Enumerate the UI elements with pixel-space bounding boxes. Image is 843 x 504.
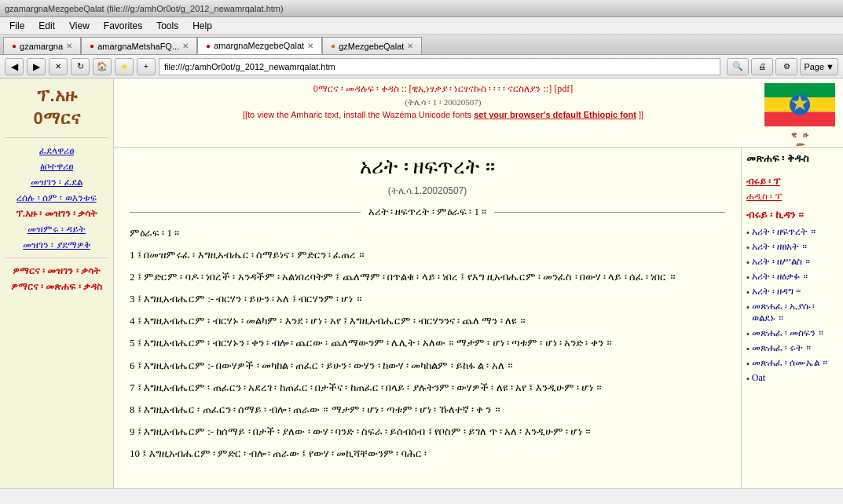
sidebar-title: ፕ.አዙ 0ማርና <box>5 85 108 130</box>
bullet-link-mesehaf-5[interactable]: መጽሐፈ ፡ ኢያሱ ፡ ወልደኑ ። <box>752 301 838 324</box>
sidebar-link-tsebotewaret[interactable]: ፅቦተዋሪፀ <box>5 159 108 174</box>
main-wrapper: 0ማርና ፡ መዳሉፍ ፡ ቀዳስ :: [ዊኢነፃቃያ ፡ ነርፃናኩስ ፡ … <box>114 79 843 488</box>
set-ethiopic-font-link[interactable]: set your browser's default Ethiopic font <box>474 110 636 119</box>
menu-favorites[interactable]: Favorites <box>97 19 148 33</box>
tab-gzamargna[interactable]: ● gzamargna ✕ <box>3 37 81 54</box>
sidebar-divider-2 <box>5 257 108 258</box>
tab-close-4[interactable]: ✕ <box>407 42 413 50</box>
bullet-link-4: • አሪት ፡ ዘዳግ = <box>746 284 838 299</box>
ethiopian-flag <box>764 83 835 126</box>
forward-button[interactable]: ▶ <box>27 58 46 75</box>
bullet-link-9: • Oat <box>746 371 838 385</box>
verse-9: 9 ፤ እግዚአብሔርም :- ከሰማይ ፡ በታች ፡ ያለው ፡ ውሃ ፡ … <box>130 423 725 440</box>
sidebar-link-mezgen-yadem[interactable]: መዝገን ፡ ያደማዎቅ <box>5 237 108 253</box>
sidebar-link-womarna-mesehaf[interactable]: ዎማርና ፡ መጽሐፍ ፡ ቃዳስ <box>5 279 108 294</box>
menu-edit[interactable]: Edit <box>32 19 61 33</box>
tab-gzmezeqalat[interactable]: ● gzMezgebeQalat ✕ <box>322 37 422 54</box>
sidebar: ፕ.አዙ 0ማርና ፈደላዋሪፀ ፅቦተዋሪፀ መዝገን ፡ ፈደል ረሰሉ ፡… <box>0 79 114 488</box>
verse-8: 8 ፤ እግዚአብሔር ፡ ጠፈርን ፡ ሰማይ ፡ ብሎ ፡ ጠራው ። ማታ… <box>130 401 725 418</box>
search-button[interactable]: 🔍 <box>727 58 749 75</box>
verse-6: 6 ፤ እግዚአብሔርም :- በውሃዎች ፡ መካከል ፡ ጠፈር ፡ ይሁን… <box>130 357 725 374</box>
sidebar-link-fedelawaret[interactable]: ፈደላዋሪፀ <box>5 143 108 159</box>
sidebar-link-mezgen-qasat[interactable]: ፕ.አዙ ፡ መዝገን ፡ ቃሳት <box>5 206 108 221</box>
tab-close-1[interactable]: ✕ <box>66 42 72 50</box>
bullet-link-6: • መጽሐፈ ፡ መስፍን ። <box>746 326 838 341</box>
bullet-link-arit-1[interactable]: አሪት ፡ ዘፀአት ። <box>752 241 807 253</box>
bullet-icon-3: • <box>746 272 750 282</box>
bullet-icon-6: • <box>746 329 750 338</box>
sidebar-link-reselu[interactable]: ረሰሉ ፡ ሰም ፡ ወእንቱፍ <box>5 190 108 206</box>
menu-view[interactable]: View <box>63 19 96 33</box>
home-button[interactable]: 🏠 <box>93 58 112 75</box>
tab-amargnamezeqalat[interactable]: ● amargnaMezgebeQalat ✕ <box>197 37 322 54</box>
verse-10: 10 ፤ እግዚአብሔርም ፡ ምድር ፡ ብሎ ፡ ጠራው ፤ የውሃ ፡ መ… <box>130 445 725 462</box>
bullet-link-oat[interactable]: Oat <box>752 372 765 384</box>
bullet-link-mesehaf-6[interactable]: መጽሐፈ ፡ መስፍን ። <box>752 327 823 339</box>
bullet-link-arit-2[interactable]: አሪት ፡ ዘሥልስ ። <box>752 256 810 268</box>
tab-label-3: amargnaMezgebeQalat <box>214 41 304 50</box>
header-install-note: [[to view the Amharic text, install the … <box>122 110 764 119</box>
bullet-icon-8: • <box>746 359 750 368</box>
right-panel: መጽሐፍ ፡ ቅዱስ ብሩይ ፡ ፕ ሐዲስ ፡ ፕ ብሩይ ፡ ኪዳን ። •… <box>741 148 843 488</box>
bullet-icon-1: • <box>746 243 750 252</box>
emblem-area: ዊ ዙ ሙ <box>764 83 835 142</box>
tab-label-4: gzMezgebeQalat <box>339 42 404 51</box>
right-panel-hadis[interactable]: ሐዲስ ፡ ፕ <box>746 189 838 204</box>
settings-button[interactable]: ⚙ <box>775 58 797 75</box>
sidebar-link-mezmru[interactable]: መዝምሩ ፡ ዳይት <box>5 221 108 237</box>
bullet-link-mesehaf-7[interactable]: መጽሐፈ ፡ ሩት ። <box>752 342 811 354</box>
bullet-link-arit-4[interactable]: አሪት ፡ ዘዳግ = <box>752 286 801 298</box>
emblem-letters: ዊ ዙ ሙ <box>764 130 835 149</box>
bullet-icon-5: • <box>746 302 750 312</box>
right-panel-bruiy[interactable]: ብሩይ ፡ ፕ <box>746 174 838 189</box>
sidebar-link-womarna-mezgen[interactable]: ዎማርና ፡ መዝገን ፡ ቃሳት <box>5 263 108 279</box>
back-button[interactable]: ◀ <box>5 58 24 75</box>
menu-file[interactable]: File <box>3 19 31 33</box>
verse-1: 1 ፤ በመዝምሩፈ ፡ እግዚአብሔር ፡ ሰማይነና ፡ ምድርን ፡ ፈጠ… <box>130 247 725 264</box>
verse-3: 3 ፤ እግዚአብሔርም :- ብርሃን ፡ ይሁን ፡ አለ ፤ ብርሃንም … <box>130 290 725 308</box>
bullet-link-mesehaf-8[interactable]: መጽሐፈ ፡ ሰሙኤል ። <box>752 357 827 369</box>
tab-favicon-2: ● <box>90 42 94 50</box>
refresh-button[interactable]: ↻ <box>71 58 90 75</box>
page-dropdown-arrow: ▼ <box>826 62 834 71</box>
amharic-verses: ምዕራፍ ፡ 1 ፡፡ 1 ፤ በመዝምሩፈ ፡ እግዚአብሔር ፡ ሰማይነና… <box>130 225 725 462</box>
header-text-area: 0ማርና ፡ መዳሉፍ ፡ ቀዳስ :: [ዊኢነፃቃያ ፡ ነርፃናኩስ ፡ … <box>122 83 764 119</box>
tab-label-1: gzamargna <box>20 42 63 51</box>
tab-close-3[interactable]: ✕ <box>307 42 313 50</box>
tab-bar: ● gzamargna ✕ ● amargnaMetshaFQ... ✕ ● a… <box>0 35 843 55</box>
bullet-link-arit-0[interactable]: አሪት ፡ ዘፍጥረት ። <box>752 226 816 238</box>
verse-5: 5 ፤ እግዚአብሔርም ፡ ብርሃኑን ፡ ቀን ፡ ብሎ ፡ ጨርው ፡ ጨ… <box>130 334 725 352</box>
menu-help[interactable]: Help <box>186 19 218 33</box>
header-area: 0ማርና ፡ መዳሉፍ ፡ ቀዳስ :: [ዊኢነፃቃያ ፡ ነርፃናኩስ ፡ … <box>114 79 843 148</box>
tab-amargnametshaf[interactable]: ● amargnaMetshaFQ... ✕ <box>81 37 197 54</box>
page-subtitle: (ትሊሳ.1.20020507) <box>130 185 725 196</box>
tab-close-2[interactable]: ✕ <box>182 42 189 50</box>
page-label: Page <box>804 62 824 71</box>
section-line-right <box>494 212 725 213</box>
main-content[interactable]: አሪት ፡ ዘፍጥረት ፡፡ (ትሊሳ.1.20020507) አሪት ፡ ዘፍ… <box>114 148 741 488</box>
bullet-link-1: • አሪት ፡ ዘፀአት ። <box>746 239 838 254</box>
page-dropdown[interactable]: Page ▼ <box>800 58 838 75</box>
stop-button[interactable]: ✕ <box>49 58 68 75</box>
tab-label-2: amargnaMetshaFQ... <box>97 42 179 51</box>
sidebar-divider <box>5 137 108 138</box>
bullet-icon-9: • <box>746 374 750 383</box>
add-tab-button[interactable]: + <box>137 58 156 75</box>
bullet-link-2: • አሪት ፡ ዘሥልስ ። <box>746 254 838 269</box>
bullet-icon-2: • <box>746 257 750 267</box>
bullet-link-arit-3[interactable]: አሪት ፡ ዘዕቃፉ ። <box>752 271 808 283</box>
bullet-link-5: • መጽሐፈ ፡ ኢያሱ ፡ ወልደኑ ። <box>746 299 838 326</box>
verse-4: 4 ፤ እግዚአብሔርም ፡ ብርሃኑ ፡ መልካም ፡ እንደ ፡ ሆነ ፡ … <box>130 312 725 330</box>
favorites-star[interactable]: ★ <box>115 58 134 75</box>
sidebar-link-mezgen-fedel[interactable]: መዝገን ፡ ፈደል <box>5 174 108 190</box>
sidebar-logo: ፕ.አዙ 0ማርና <box>5 85 108 130</box>
bullet-link-0: • አሪት ፡ ዘፍጥረት ። <box>746 225 838 239</box>
bullet-icon-7: • <box>746 344 750 353</box>
section-line-left <box>130 212 361 213</box>
verse-7: 7 ፤ እግዚአብሔርም ፡ ጠፈርን ፡ አደረገ ፡ ከጠፈር ፡ በታችና… <box>130 379 725 396</box>
print-button[interactable]: 🖨 <box>751 58 773 75</box>
section-divider-line: አሪት ፡ ዘፍጥረት ፡ ምዕራፍ ፡ 1 ፡፡ <box>130 206 725 218</box>
menu-tools[interactable]: Tools <box>150 19 185 33</box>
address-bar[interactable] <box>159 58 720 75</box>
bullet-icon-4: • <box>746 287 750 297</box>
